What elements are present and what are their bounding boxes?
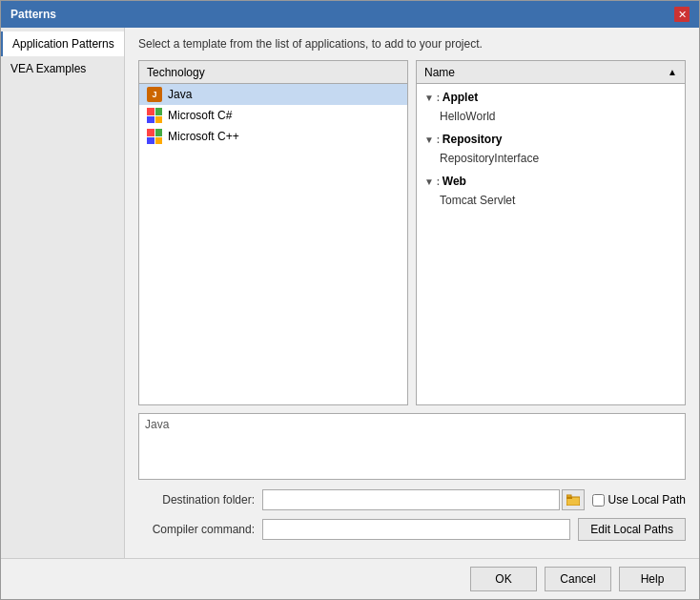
tree-leaf-repositoryinterface[interactable]: RepositoryInterface: [417, 149, 685, 168]
tables-row: Technology J Java Microsoft C#: [138, 60, 686, 405]
destination-folder-input[interactable]: [262, 489, 560, 510]
java-icon: J: [147, 87, 162, 102]
tree-leaf-tomcat-servlet[interactable]: Tomcat Servlet: [417, 191, 685, 210]
title-bar: Patterns ✕: [1, 1, 699, 28]
description-text: Select a template from the list of appli…: [138, 37, 686, 51]
bottom-section: Java Destination folder:: [138, 413, 686, 548]
tree-section-repository[interactable]: Repository: [417, 130, 685, 149]
technology-table: Technology J Java Microsoft C#: [138, 60, 408, 405]
destination-folder-label: Destination folder:: [138, 493, 262, 507]
ok-button[interactable]: OK: [470, 567, 537, 591]
folder-browse-button[interactable]: [562, 489, 585, 510]
java-description-box: Java: [138, 413, 686, 480]
close-button[interactable]: ✕: [674, 7, 690, 22]
windows-icon: [147, 108, 162, 123]
dialog-body: Application Patterns VEA Examples Select…: [1, 28, 699, 558]
tree-section-applet[interactable]: Applet: [417, 88, 685, 107]
sidebar-item-vea-examples[interactable]: VEA Examples: [1, 56, 124, 81]
edit-local-paths-button[interactable]: Edit Local Paths: [578, 518, 686, 541]
use-local-path-label: Use Local Path: [608, 493, 686, 507]
table-row[interactable]: J Java: [139, 84, 407, 105]
windows-icon: [147, 129, 162, 144]
svg-rect-2: [566, 495, 571, 497]
patterns-dialog: Patterns ✕ Application Patterns VEA Exam…: [0, 0, 700, 600]
sort-arrow-icon: ▲: [668, 67, 677, 77]
destination-folder-input-group: [262, 489, 585, 510]
sidebar-item-application-patterns[interactable]: Application Patterns: [1, 31, 124, 56]
name-table: Name ▲ Applet HelloWorld Repository Repo…: [416, 60, 686, 405]
sidebar: Application Patterns VEA Examples: [1, 28, 125, 558]
table-row[interactable]: Microsoft C++: [139, 126, 407, 147]
dialog-title: Patterns: [10, 8, 56, 21]
destination-folder-row: Destination folder: Us: [138, 489, 686, 510]
tree-section-web[interactable]: Web: [417, 172, 685, 191]
folder-icon: [566, 494, 580, 506]
compiler-command-row: Compiler command: Edit Local Paths: [138, 518, 686, 541]
dialog-buttons: OK Cancel Help: [1, 558, 699, 599]
table-row[interactable]: Microsoft C#: [139, 105, 407, 126]
help-button[interactable]: Help: [619, 567, 686, 591]
main-content: Select a template from the list of appli…: [125, 28, 699, 558]
use-local-path-row: Use Local Path: [592, 493, 686, 507]
use-local-path-checkbox[interactable]: [592, 494, 605, 507]
tree-leaf-helloworld[interactable]: HelloWorld: [417, 107, 685, 126]
cancel-button[interactable]: Cancel: [545, 567, 611, 591]
compiler-command-label: Compiler command:: [138, 523, 262, 536]
compiler-command-input[interactable]: [262, 519, 570, 540]
name-header: Name ▲: [417, 61, 685, 84]
technology-header: Technology: [139, 61, 407, 84]
